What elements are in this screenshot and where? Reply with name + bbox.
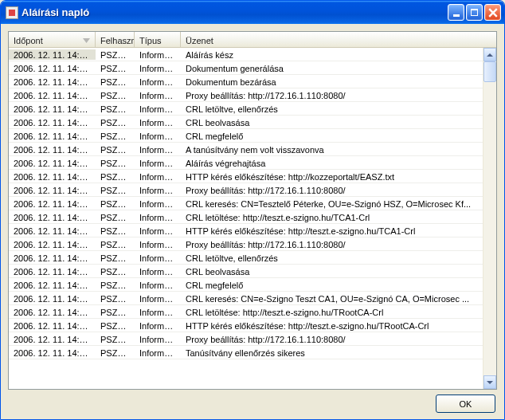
column-header-user[interactable]: Felhaszn [96, 32, 135, 47]
cell-time: 2006. 12. 11. 14:27:56 [9, 239, 96, 249]
table-row[interactable]: 2006. 12. 11. 14:27:57PSZAF...Informatio… [9, 129, 483, 143]
table-row[interactable]: 2006. 12. 11. 14:27:56PSZAF...Informatio… [9, 251, 483, 265]
listview[interactable]: Időpont Felhaszn Típus Üzenet 2006. 12. … [8, 31, 497, 390]
table-row[interactable]: 2006. 12. 11. 14:27:56PSZAF...Informatio… [9, 265, 483, 278]
cell-msg: CRL letöltése: http://teszt.e-szigno.hu/… [181, 307, 483, 317]
cell-type: Information [135, 307, 181, 317]
cell-type: Information [135, 347, 181, 358]
cell-msg: Aláírás végrehajtása [181, 158, 483, 168]
cell-user: PSZAF... [96, 320, 135, 331]
cell-time: 2006. 12. 11. 14:27:57 [9, 185, 96, 195]
column-header-message-label: Üzenet [186, 36, 213, 45]
listview-header: Időpont Felhaszn Típus Üzenet [9, 32, 496, 48]
cell-user: PSZAF... [96, 334, 135, 344]
cell-type: Information [135, 253, 181, 263]
column-header-user-label: Felhaszn [100, 36, 135, 45]
cell-type: Information [135, 212, 181, 222]
cell-time: 2006. 12. 11. 14:27:58 [9, 77, 96, 87]
minimize-button[interactable] [448, 4, 464, 21]
cell-type: Information [135, 334, 181, 344]
column-header-time-label: Időpont [14, 36, 43, 45]
cell-time: 2006. 12. 11. 14:27:55 [9, 334, 96, 344]
cell-time: 2006. 12. 11. 14:27:57 [9, 104, 96, 114]
cell-msg: A tanúsítvány nem volt visszavonva [181, 144, 483, 155]
table-row[interactable]: 2006. 12. 11. 14:27:56PSZAF...Informatio… [9, 278, 483, 292]
column-header-message[interactable]: Üzenet [181, 32, 496, 47]
table-row[interactable]: 2006. 12. 11. 14:27:55PSZAF...Informatio… [9, 346, 483, 359]
listview-body: 2006. 12. 11. 14:27:58PSZAF...Informatio… [9, 48, 496, 389]
cell-msg: CRL letöltése: http://teszt.e-szigno.hu/… [181, 212, 483, 222]
table-row[interactable]: 2006. 12. 11. 14:27:58PSZAF...Informatio… [9, 75, 483, 88]
table-row[interactable]: 2006. 12. 11. 14:27:56PSZAF...Informatio… [9, 292, 483, 305]
cell-msg: Aláírás kész [181, 49, 483, 60]
scroll-track[interactable] [483, 61, 496, 375]
column-header-type-label: Típus [139, 36, 162, 45]
table-row[interactable]: 2006. 12. 11. 14:27:57PSZAF...Informatio… [9, 183, 483, 197]
column-header-type[interactable]: Típus [135, 32, 181, 47]
cell-time: 2006. 12. 11. 14:27:56 [9, 320, 96, 331]
cell-msg: HTTP kérés előkészítése: http://teszt.e-… [181, 226, 483, 236]
cell-msg: Proxy beállítás: http://172.16.1.110:808… [181, 239, 483, 249]
cell-time: 2006. 12. 11. 14:27:57 [9, 131, 96, 141]
cell-time: 2006. 12. 11. 14:27:58 [9, 63, 96, 73]
cell-msg: Tanúsítvány ellenőrzés sikeres [181, 347, 483, 358]
app-icon [6, 6, 18, 19]
table-row[interactable]: 2006. 12. 11. 14:27:57PSZAF...Informatio… [9, 156, 483, 170]
cell-time: 2006. 12. 11. 14:27:56 [9, 280, 96, 290]
cell-user: PSZAF... [96, 90, 135, 100]
scroll-down-button[interactable] [483, 375, 496, 389]
cell-user: PSZAF... [96, 131, 135, 141]
client-area: Időpont Felhaszn Típus Üzenet 2006. 12. … [1, 24, 504, 419]
cell-msg: CRL beolvasása [181, 266, 483, 277]
close-icon [488, 8, 498, 18]
table-row[interactable]: 2006. 12. 11. 14:27:58PSZAF...Informatio… [9, 61, 483, 75]
cell-type: Information [135, 117, 181, 128]
chevron-up-icon [487, 53, 493, 57]
chevron-down-icon [487, 381, 493, 384]
table-row[interactable]: 2006. 12. 11. 14:27:56PSZAF...Informatio… [9, 305, 483, 319]
cell-msg: CRL keresés: CN=Tesztelő Péterke, OU=e-S… [181, 198, 483, 209]
scroll-thumb[interactable] [483, 61, 496, 82]
cell-user: PSZAF... [96, 49, 135, 60]
cell-type: Information [135, 90, 181, 100]
cell-msg: Dokumentum generálása [181, 63, 483, 73]
cell-msg: CRL beolvasása [181, 117, 483, 128]
table-row[interactable]: 2006. 12. 11. 14:27:56PSZAF...Informatio… [9, 197, 483, 210]
cell-msg: Dokumentum bezárása [181, 77, 483, 87]
vertical-scrollbar[interactable] [483, 48, 496, 389]
maximize-button[interactable] [466, 4, 483, 21]
table-row[interactable]: 2006. 12. 11. 14:27:56PSZAF...Informatio… [9, 210, 483, 224]
cell-user: PSZAF... [96, 198, 135, 209]
table-row[interactable]: 2006. 12. 11. 14:27:58PSZAF...Informatio… [9, 48, 483, 61]
close-button[interactable] [484, 4, 501, 21]
table-row[interactable]: 2006. 12. 11. 14:27:55PSZAF...Informatio… [9, 332, 483, 346]
cell-msg: Proxy beállítás: http://172.16.1.110:808… [181, 334, 483, 344]
column-header-time[interactable]: Időpont [9, 32, 96, 47]
cell-user: PSZAF... [96, 117, 135, 128]
table-row[interactable]: 2006. 12. 11. 14:27:56PSZAF...Informatio… [9, 224, 483, 237]
table-row[interactable]: 2006. 12. 11. 14:27:57PSZAF...Informatio… [9, 88, 483, 102]
cell-msg: CRL keresés: CN=e-Szigno Teszt CA1, OU=e… [181, 293, 483, 304]
table-row[interactable]: 2006. 12. 11. 14:27:57PSZAF...Informatio… [9, 102, 483, 116]
window-buttons [448, 4, 501, 21]
cell-user: PSZAF... [96, 253, 135, 263]
table-row[interactable]: 2006. 12. 11. 14:27:56PSZAF...Informatio… [9, 319, 483, 332]
cell-type: Information [135, 63, 181, 73]
ok-button[interactable]: OK [436, 394, 495, 413]
table-row[interactable]: 2006. 12. 11. 14:27:56PSZAF...Informatio… [9, 237, 483, 251]
titlebar[interactable]: Aláírási napló [1, 1, 504, 24]
minimize-icon [453, 14, 460, 17]
cell-type: Information [135, 266, 181, 277]
table-row[interactable]: 2006. 12. 11. 14:27:57PSZAF...Informatio… [9, 170, 483, 183]
cell-msg: HTTP kérés előkészítése: http://teszt.e-… [181, 320, 483, 331]
cell-time: 2006. 12. 11. 14:27:56 [9, 307, 96, 317]
cell-time: 2006. 12. 11. 14:27:57 [9, 144, 96, 155]
listview-rows: 2006. 12. 11. 14:27:58PSZAF...Informatio… [9, 48, 483, 389]
table-row[interactable]: 2006. 12. 11. 14:27:57PSZAF...Informatio… [9, 143, 483, 156]
cell-type: Information [135, 49, 181, 60]
table-row[interactable]: 2006. 12. 11. 14:27:57PSZAF...Informatio… [9, 116, 483, 129]
cell-time: 2006. 12. 11. 14:27:57 [9, 117, 96, 128]
cell-msg: Proxy beállítás: http://172.16.1.110:808… [181, 90, 483, 100]
cell-type: Information [135, 171, 181, 182]
scroll-up-button[interactable] [483, 48, 496, 61]
